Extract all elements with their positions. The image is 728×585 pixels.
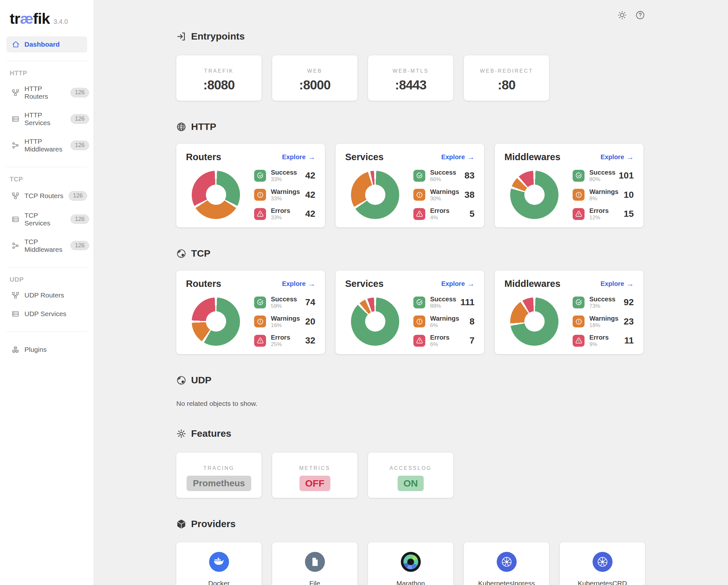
- stat-value: 20: [305, 316, 315, 327]
- explore-link[interactable]: Explore→: [282, 153, 315, 161]
- explore-link[interactable]: Explore→: [441, 280, 474, 288]
- http-routers-card: Routers Explore→ Success33% 42 Warnings: [176, 144, 325, 228]
- stat-value: 38: [465, 190, 474, 200]
- section-title: Providers: [191, 518, 235, 529]
- http-middlewares-card: Middlewares Explore→ Success80% 101 War: [495, 144, 643, 228]
- gear-icon: [176, 429, 186, 439]
- count-badge: 126: [71, 140, 89, 150]
- globe-icon: [176, 122, 186, 132]
- tcp-middlewares-card: Middlewares Explore→ Success73% 92 Warn: [495, 270, 643, 354]
- package-icon: [176, 519, 186, 529]
- file-icon: [305, 552, 325, 572]
- arrow-right-icon: →: [308, 280, 315, 288]
- features-section-header: Features: [176, 428, 646, 439]
- stat-value: 11: [624, 336, 634, 346]
- feature-card-tracing: TRACING Prometheus: [176, 452, 262, 498]
- explore-link[interactable]: Explore→: [282, 280, 315, 288]
- stat-row-errors: Errors9% 11: [573, 334, 634, 348]
- earth-icon: [176, 375, 186, 385]
- stat-value: 92: [624, 297, 634, 308]
- docker-icon: [209, 552, 229, 572]
- card-title: Middlewares: [504, 278, 561, 289]
- arrow-right-icon: →: [626, 280, 634, 288]
- card-title: Services: [345, 278, 384, 289]
- entrypoint-port: :8080: [203, 78, 235, 92]
- help-icon[interactable]: [635, 10, 646, 21]
- providers-row: Docker File Marathon KubernetesIngress: [176, 542, 646, 585]
- tcp-routers-card: Routers Explore→ Success59% 74 Warnings: [176, 270, 325, 354]
- warning-icon: [573, 189, 584, 201]
- explore-link[interactable]: Explore→: [441, 153, 474, 161]
- services-icon: [11, 115, 19, 123]
- tcp-routers-donut-chart: [192, 297, 240, 346]
- stat-value: 42: [305, 170, 315, 181]
- sidebar-item-dashboard[interactable]: Dashboard: [6, 36, 87, 52]
- stat-row-errors: Errors33% 42: [254, 207, 315, 221]
- feature-value-badge: OFF: [300, 476, 330, 491]
- entrypoint-port: :80: [498, 78, 515, 92]
- sidebar-item-plugins[interactable]: Plugins: [0, 340, 94, 359]
- sidebar-item-label: HTTP Routers: [24, 85, 65, 100]
- app-version: 3.4.0: [54, 18, 68, 25]
- sidebar-item-tcp-services[interactable]: TCP Services 126: [0, 206, 94, 233]
- sidebar-item-tcp-routers[interactable]: TCP Routers 126: [0, 186, 94, 206]
- stat-row-errors: Errors6% 7: [413, 334, 474, 348]
- dashboard-content: Entrypoints TRAEFIK :8080 WEB :8000 WEB-…: [176, 0, 646, 585]
- stat-value: 15: [624, 209, 634, 219]
- stat-row-success: Success80% 101: [573, 169, 634, 183]
- tcp-middlewares-donut-chart: [510, 297, 558, 346]
- middlewares-icon: [11, 242, 19, 249]
- sidebar-item-http-services[interactable]: HTTP Services 126: [0, 106, 94, 132]
- sidebar-item-tcp-middlewares[interactable]: TCP Middlewares 126: [0, 233, 94, 259]
- stat-row-errors: Errors25% 32: [254, 334, 315, 348]
- http-services-card: Services Explore→ Success66% 83 Warning: [336, 144, 484, 228]
- feature-card-metrics: METRICS OFF: [272, 452, 357, 498]
- sidebar-item-http-middlewares[interactable]: HTTP Middlewares 126: [0, 132, 94, 159]
- section-title: TCP: [191, 248, 210, 259]
- entrypoint-card-traefik: TRAEFIK :8080: [176, 55, 262, 101]
- stat-row-warnings: Warnings33% 42: [254, 188, 315, 202]
- section-title: Entrypoints: [191, 31, 245, 42]
- entrypoint-card-web-mtls: WEB-MTLS :8443: [368, 55, 453, 101]
- stat-value: 5: [469, 209, 474, 219]
- http-section-header: HTTP: [176, 121, 646, 132]
- entrypoint-name: WEB-REDIRECT: [480, 68, 534, 74]
- stat-row-errors: Errors4% 5: [413, 207, 474, 221]
- stat-row-warnings: Warnings30% 38: [413, 188, 474, 202]
- stat-value: 32: [305, 336, 315, 346]
- count-badge: 126: [71, 241, 89, 250]
- section-title: UDP: [191, 375, 211, 385]
- entrypoint-name: TRAEFIK: [204, 68, 234, 74]
- divider: [6, 167, 87, 167]
- sidebar-item-http-routers[interactable]: HTTP Routers 126: [0, 79, 94, 106]
- stat-row-success: Success88% 111: [413, 296, 474, 310]
- explore-link[interactable]: Explore→: [601, 153, 634, 161]
- warning-icon: [413, 189, 425, 201]
- stat-value: 74: [305, 297, 315, 308]
- routers-icon: [11, 89, 19, 97]
- sidebar-item-udp-services[interactable]: UDP Services: [0, 304, 94, 323]
- provider-card-kubernetes-crd: KubernetesCRD: [560, 542, 645, 585]
- success-icon: [413, 296, 425, 309]
- stat-value: 83: [465, 170, 474, 181]
- sidebar-item-label: HTTP Services: [24, 111, 65, 127]
- error-icon: [254, 335, 266, 347]
- error-icon: [573, 335, 584, 347]
- entrypoint-port: :8443: [395, 78, 426, 92]
- provider-label: File: [310, 580, 320, 585]
- success-icon: [573, 296, 584, 309]
- services-icon: [11, 310, 19, 318]
- entrypoints-section-header: Entrypoints: [176, 31, 646, 42]
- earth-icon: [176, 248, 186, 259]
- warning-icon: [254, 316, 266, 327]
- theme-toggle-sun-icon[interactable]: [617, 10, 628, 21]
- provider-card-marathon: Marathon: [368, 542, 453, 585]
- explore-link[interactable]: Explore→: [601, 280, 634, 288]
- sidebar-section-http: HTTP: [10, 70, 94, 77]
- http-cards-row: Routers Explore→ Success33% 42 Warnings: [176, 144, 646, 228]
- app-logo[interactable]: træfik 3.4.0: [10, 10, 94, 27]
- error-icon: [413, 208, 425, 220]
- sidebar-item-udp-routers[interactable]: UDP Routers: [0, 286, 94, 304]
- main-area: Entrypoints TRAEFIK :8080 WEB :8000 WEB-…: [94, 0, 728, 585]
- stat-value: 7: [469, 336, 474, 346]
